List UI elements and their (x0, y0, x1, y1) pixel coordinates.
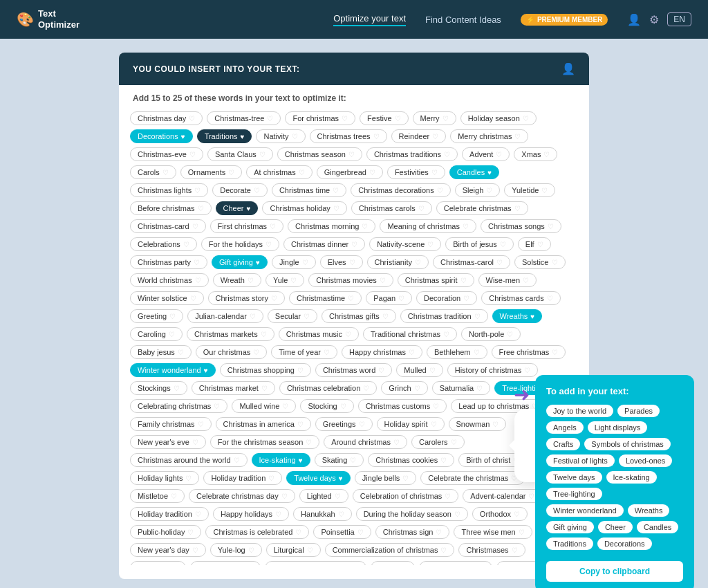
tag-item[interactable]: Family christmas♡ (130, 417, 212, 431)
tag-item[interactable]: Before christmas♡ (130, 201, 212, 215)
tag-item[interactable]: Happy holidays♡ (213, 507, 289, 521)
tag-item[interactable]: Yule♡ (266, 273, 304, 287)
tag-item[interactable]: Three wise men♡ (454, 525, 532, 539)
tag-item[interactable]: Christmas traditions♡ (366, 147, 458, 161)
tag-item[interactable]: Christmas spirit♡ (398, 273, 474, 287)
tag-item[interactable]: Mulled♡ (396, 363, 442, 377)
tag-item[interactable]: Christmas-eve♡ (130, 147, 203, 161)
tag-item[interactable]: For the christmas season♡ (210, 435, 320, 449)
tag-item[interactable]: Lighted♡ (299, 489, 348, 503)
tag-item[interactable]: New year's eve♡ (130, 435, 206, 449)
tag-item[interactable]: Christmas sign♡ (375, 525, 450, 539)
tag-item[interactable]: Merry christmas♡ (450, 129, 528, 143)
tag-item[interactable]: Holiday season♡ (460, 111, 537, 125)
tag-item[interactable]: Stockings♡ (130, 381, 187, 395)
tag-item[interactable]: Reindeer♡ (391, 129, 447, 143)
tag-item[interactable]: Xmas♡ (514, 147, 557, 161)
tag-item[interactable]: Caroling♡ (130, 327, 183, 341)
side-panel-tag[interactable]: Wreaths (628, 504, 670, 517)
tag-item[interactable]: Winter solstice♡ (130, 291, 204, 305)
tag-item[interactable]: Commercialization of christmas♡ (325, 543, 455, 557)
tag-item[interactable]: Snowman♡ (449, 417, 507, 431)
tag-item[interactable]: Christmas-card♡ (130, 219, 206, 233)
tag-item[interactable]: Free christmas♡ (492, 345, 566, 359)
side-panel-tag[interactable]: Parades (617, 405, 660, 417)
tag-item[interactable]: Gift giving♥ (212, 255, 268, 269)
tag-item[interactable]: Christmas cards♡ (481, 291, 560, 305)
user-icon[interactable]: 👤 (627, 13, 641, 26)
tag-item[interactable]: Baby jesus♡ (130, 345, 192, 359)
nav-find-content[interactable]: Find Content Ideas (425, 15, 501, 25)
tag-item[interactable]: Carolers♡ (411, 435, 465, 449)
tag-item[interactable]: North-pole♡ (461, 327, 521, 341)
tag-item[interactable]: Christmas celebrations♡ (265, 561, 366, 565)
tag-item[interactable]: For the holidays♡ (201, 237, 279, 251)
tag-item[interactable]: Christmas time♡ (272, 183, 346, 197)
tag-item[interactable]: Celebrating christmas♡ (130, 399, 227, 413)
tag-item[interactable]: Nativity-scene♡ (369, 237, 441, 251)
tag-item[interactable]: Christmas movies♡ (308, 273, 393, 287)
side-panel-tag[interactable]: Candles (637, 521, 678, 533)
tag-item[interactable]: Christmas carols♡ (351, 201, 432, 215)
tag-item[interactable]: Christmas is celebrated♡ (205, 525, 309, 539)
side-panel-tag[interactable]: Loved-ones (619, 454, 673, 467)
tag-item[interactable]: Midnight mass♡ (419, 561, 492, 565)
tag-item[interactable]: Wreath♡ (213, 273, 261, 287)
tag-item[interactable]: Santa Claus♡ (207, 147, 273, 161)
tag-item[interactable]: Celebrate christmas day♡ (189, 489, 295, 503)
tag-item[interactable]: Christmas party♡ (130, 255, 207, 269)
tag-item[interactable]: Christmas-carol♡ (433, 255, 510, 269)
side-panel-tag[interactable]: Decorations (597, 538, 652, 550)
side-panel-tag[interactable]: Angels (546, 421, 584, 434)
tag-item[interactable]: Birth of jesus♡ (445, 237, 514, 251)
tag-item[interactable]: Meaning of christmas♡ (380, 219, 476, 233)
tag-item[interactable]: Gingerbread♡ (317, 165, 383, 179)
tag-item[interactable]: Christmas market♡ (192, 381, 275, 395)
tag-item[interactable]: Yule-log♡ (210, 543, 262, 557)
tag-item[interactable]: Christmas decorations♡ (351, 183, 450, 197)
tag-item[interactable]: Christmas in america♡ (216, 417, 311, 431)
tag-item[interactable]: Christmas trees♡ (310, 129, 387, 143)
tag-item[interactable]: Christmas day♡ (130, 111, 203, 125)
tag-item[interactable]: Traditions♥ (197, 129, 252, 143)
tag-item[interactable]: Elves♡ (320, 255, 363, 269)
tag-item[interactable]: Solstice♡ (514, 255, 566, 269)
tag-item[interactable]: Christmas customs♡ (358, 399, 447, 413)
tag-item[interactable]: Christmas tradition♡ (400, 309, 488, 323)
tag-item[interactable]: During the holiday season♡ (356, 507, 468, 521)
language-selector[interactable]: EN (667, 12, 691, 26)
tag-item[interactable]: Christmas cookies♡ (368, 453, 454, 467)
tag-item[interactable]: Roast♡ (371, 561, 415, 565)
tag-item[interactable]: At christmas♡ (246, 165, 313, 179)
tag-item[interactable]: World christmas♡ (130, 273, 209, 287)
side-panel-tag[interactable]: Tree-lighting (546, 488, 602, 500)
tag-item[interactable]: Ice-skating♥ (252, 453, 310, 467)
tag-item[interactable]: Christmas songs♡ (481, 219, 561, 233)
tag-item[interactable]: Nativity♡ (256, 129, 305, 143)
tag-item[interactable]: Secular♡ (268, 309, 317, 323)
tag-item[interactable]: Christianity♡ (367, 255, 429, 269)
side-panel-tag[interactable]: Traditions (546, 538, 593, 550)
tag-item[interactable]: Christmas celebration♡ (279, 381, 377, 395)
tag-item[interactable]: Elf♡ (518, 237, 551, 251)
tag-item[interactable]: Wreaths♥ (492, 309, 543, 323)
tag-item[interactable]: Christmas-tree♡ (207, 111, 281, 125)
tag-item[interactable]: Sleigh♡ (455, 183, 501, 197)
side-panel-tag[interactable]: Joy to the world (546, 405, 613, 417)
premium-badge[interactable]: ⚡ PREMIUM MEMBER (521, 14, 608, 26)
tag-item[interactable]: Greetings♡ (315, 417, 373, 431)
help-icon[interactable]: ⚙ (649, 13, 659, 26)
tag-item[interactable]: Decoration♡ (416, 291, 477, 305)
tag-item[interactable]: Advent-calendar♡ (463, 489, 542, 503)
tag-item[interactable]: Cheer♥ (216, 201, 259, 215)
tag-item[interactable]: Bethlehem♡ (427, 345, 487, 359)
copy-to-clipboard-button[interactable]: Copy to clipboard (546, 561, 683, 582)
tag-item[interactable]: Jingle♡ (272, 255, 316, 269)
tag-item[interactable]: History of christmas♡ (447, 363, 539, 377)
tag-item[interactable]: Festive♡ (360, 111, 408, 125)
tag-item[interactable]: Grinch♡ (381, 381, 427, 395)
tag-item[interactable]: Celebrate christmas♡ (436, 201, 528, 215)
tag-item[interactable]: Time of year♡ (271, 345, 337, 359)
tag-item[interactable]: Christmas lights♡ (130, 183, 208, 197)
tag-item[interactable]: Celebrations♡ (130, 237, 197, 251)
